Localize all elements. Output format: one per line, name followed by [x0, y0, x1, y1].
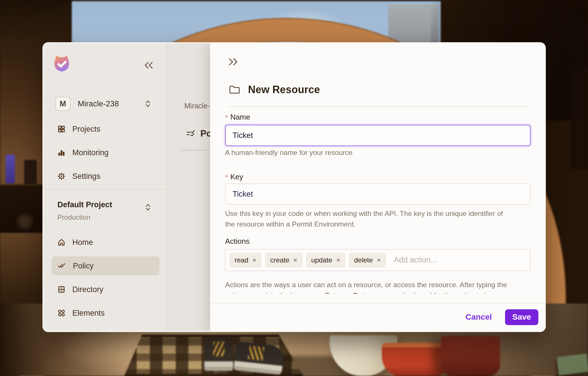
save-button[interactable]: Save — [505, 309, 538, 325]
org-switcher[interactable]: M Miracle-238 — [52, 95, 159, 112]
page-header-divider — [181, 150, 210, 150]
chevron-up-down-icon — [145, 203, 151, 211]
drawer-title: New Resource — [248, 84, 320, 96]
sidebar-item-label: Monitoring — [72, 148, 109, 157]
app-window: M Miracle-238 Projec — [42, 42, 546, 332]
chevron-up-down-icon — [145, 100, 151, 108]
project-switcher[interactable]: Default Project Production — [57, 200, 152, 221]
four-circles-icon — [57, 309, 65, 317]
sidebar-item-directory[interactable]: Directory — [52, 282, 160, 297]
page-title: Po — [200, 128, 210, 139]
actions-tag-input[interactable]: read × create × update × delete — [225, 249, 531, 271]
key-input[interactable] — [225, 183, 531, 205]
home-icon — [57, 238, 65, 246]
breadcrumb: Miracle- — [184, 102, 210, 110]
sidebar-item-label: Projects — [72, 125, 100, 134]
name-input[interactable] — [225, 125, 531, 146]
sidebar-item-projects[interactable]: Projects — [52, 121, 160, 137]
action-tag-read: read × — [230, 253, 261, 267]
screen: M Miracle-238 Projec — [0, 0, 588, 376]
remove-tag-icon[interactable]: × — [293, 257, 297, 264]
remove-tag-icon[interactable]: × — [377, 257, 381, 264]
action-tag-create: create × — [265, 253, 302, 267]
drawer-footer: Cancel Save — [210, 303, 545, 331]
content-page-strip: Miracle- Po — [167, 43, 210, 331]
double-check-icon — [57, 262, 66, 269]
new-resource-drawer: New Resource * Name A human-friendly nam… — [210, 43, 545, 331]
policy-list-icon — [186, 129, 195, 138]
sidebar-item-label: Policy — [73, 262, 94, 271]
cabinet-icon — [57, 285, 65, 293]
name-field-label: Name — [230, 113, 250, 122]
org-avatar: M — [55, 97, 70, 111]
sidebar-item-elements[interactable]: Elements — [52, 305, 160, 321]
sidebar-item-label: Directory — [72, 285, 103, 294]
key-field-label: Key — [230, 172, 243, 181]
sidebar-item-label: Home — [72, 238, 93, 247]
sidebar-item-monitoring[interactable]: Monitoring — [52, 145, 160, 160]
action-tag-delete: delete × — [349, 253, 386, 267]
project-name: Default Project — [57, 200, 152, 209]
close-drawer-button[interactable] — [227, 55, 239, 68]
sidebar-item-settings[interactable]: Settings — [52, 168, 160, 184]
actions-help-text: Actions are the ways a user can act on a… — [225, 279, 507, 294]
sidebar: M Miracle-238 Projec — [44, 43, 167, 331]
chevrons-right-icon — [228, 57, 238, 66]
actions-help-clipped-line: action name into the box, press Enter or… — [225, 291, 492, 294]
required-asterisk: * — [225, 113, 228, 122]
add-action-input[interactable] — [394, 256, 497, 264]
permit-cat-logo — [52, 54, 71, 73]
sidebar-item-policy[interactable]: Policy — [52, 256, 160, 275]
org-name: Miracle-238 — [78, 99, 119, 108]
environment-name: Production — [57, 213, 152, 221]
chevrons-left-icon — [144, 61, 154, 70]
sidebar-divider — [44, 189, 167, 189]
sidebar-item-label: Elements — [72, 309, 105, 318]
key-help-text: Use this key in your code or when workin… — [225, 208, 503, 229]
sidebar-item-home[interactable]: Home — [52, 235, 160, 250]
action-tag-update: update × — [306, 253, 345, 267]
sidebar-item-label: Settings — [72, 172, 100, 181]
grid-icon — [57, 125, 65, 133]
folder-icon — [229, 84, 241, 95]
required-asterisk: * — [225, 173, 228, 182]
name-help-text: A human-friendly name for your resource — [225, 147, 353, 158]
actions-field-label: Actions — [225, 237, 249, 246]
cancel-button[interactable]: Cancel — [465, 312, 492, 322]
bar-chart-icon — [57, 149, 65, 157]
gear-icon — [57, 172, 65, 180]
remove-tag-icon[interactable]: × — [252, 257, 256, 264]
collapse-sidebar-button[interactable] — [143, 60, 154, 71]
remove-tag-icon[interactable]: × — [336, 257, 340, 264]
resource-form: * Name A human-friendly name for your re… — [210, 107, 545, 294]
